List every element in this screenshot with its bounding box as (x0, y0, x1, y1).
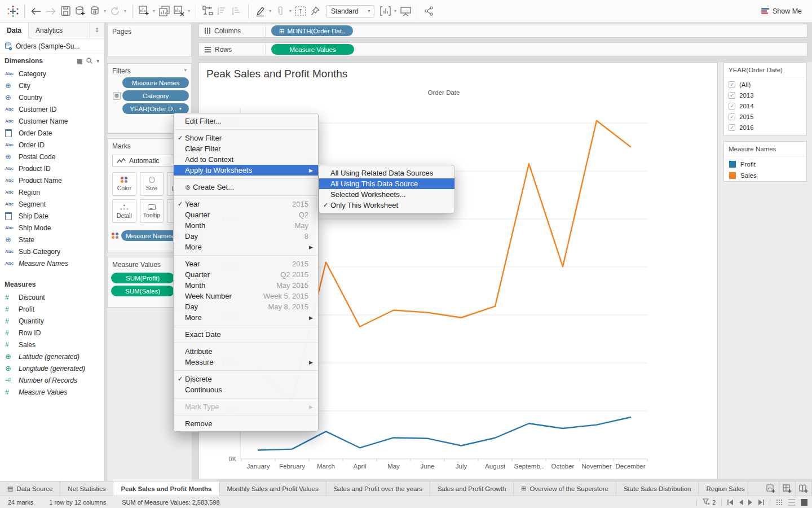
legend-entry[interactable]: Profit (724, 159, 806, 170)
tab-analytics[interactable]: Analytics (29, 23, 90, 38)
hidden-filters-badge[interactable]: 2 (703, 498, 716, 506)
year-filter-option[interactable]: ✓ 2015 (724, 111, 806, 122)
year-filter-option[interactable]: ✓ 2014 (724, 100, 806, 111)
dimension-field[interactable]: Ship Mode (0, 222, 104, 234)
sheet-tab[interactable]: Overview of the Superstore (514, 481, 616, 496)
dimension-field[interactable]: Segment (0, 198, 104, 210)
menu-item[interactable]: ✓ Year 2015 (174, 199, 318, 209)
menu-item[interactable]: Add to Context (174, 154, 318, 165)
menu-item[interactable]: Apply to Worksheets ▶ (174, 165, 318, 176)
dimensions-menu-caret-icon[interactable]: ▾ (96, 58, 99, 64)
dimension-field[interactable]: Customer Name (0, 115, 104, 127)
pause-auto-updates-caret-icon[interactable]: ▾ (102, 8, 108, 14)
checkbox[interactable]: ✓ (729, 92, 735, 99)
new-dashboard-tab-icon[interactable] (779, 481, 796, 496)
menu-item[interactable]: Mark Type ▶ (174, 401, 318, 412)
sheet-tab[interactable]: State Sales Distribution (616, 481, 699, 496)
menu-item[interactable] (174, 326, 317, 326)
group-members-caret-icon[interactable]: ▾ (288, 8, 293, 14)
year-filter-option[interactable]: ✓ (All) (724, 79, 806, 90)
show-sheet-sorter-icon[interactable] (801, 499, 807, 506)
measure-field[interactable]: Profit (0, 303, 104, 315)
share-icon[interactable] (421, 4, 436, 19)
clear-sheet-icon[interactable] (171, 4, 186, 19)
menu-item[interactable]: Clear Filter (174, 143, 318, 154)
dimension-field[interactable]: Product Name (0, 174, 104, 186)
year-filter-option[interactable]: ✓ 2013 (724, 90, 806, 100)
legend-entry[interactable]: Sales (724, 170, 806, 181)
new-data-source-icon[interactable] (73, 4, 87, 19)
menu-item[interactable]: More ▶ (174, 312, 318, 323)
new-story-tab-icon[interactable] (796, 481, 812, 496)
tableau-logo-icon[interactable] (6, 4, 20, 19)
menu-item[interactable]: Remove (174, 418, 318, 429)
duplicate-sheet-icon[interactable] (157, 4, 171, 19)
submenu-item[interactable]: ✓ Only This Worksheet (319, 200, 454, 211)
menu-item[interactable] (174, 255, 317, 256)
menu-item[interactable]: ⊚ Create Set... (174, 182, 318, 192)
sheet-tab[interactable]: Peak Sales and Profit Months (113, 481, 219, 496)
dimension-field[interactable]: Sub-Category (0, 246, 104, 257)
dimension-field[interactable]: Customer ID (0, 103, 104, 115)
pill-sum-sales[interactable]: SUM(Sales) (111, 286, 174, 296)
filter-pill-category[interactable]: Category (122, 90, 189, 101)
fit-selector-caret-icon[interactable]: ▾ (364, 8, 374, 14)
menu-item[interactable] (174, 129, 317, 130)
checkbox[interactable]: ✓ (729, 113, 735, 120)
sort-descending-icon[interactable] (230, 4, 244, 19)
refresh-caret-icon[interactable]: ▾ (122, 8, 128, 14)
filter-pill-measure-names[interactable]: Measure Names (122, 77, 189, 88)
columns-pill-month-order-date[interactable]: ⊞ MONTH(Order Dat.. (271, 25, 353, 36)
pane-collapse-icon[interactable]: ⇕ (90, 23, 104, 38)
sheet-tab[interactable]: Net Statistics (60, 481, 113, 496)
pill-caret-icon[interactable]: ▾ (179, 106, 182, 111)
menu-item[interactable] (174, 370, 317, 371)
clear-sheet-caret-icon[interactable]: ▾ (186, 8, 192, 14)
measure-field[interactable]: Sales (0, 339, 104, 351)
tooltip-button[interactable]: Tooltip (140, 199, 164, 223)
menu-item[interactable]: Exact Date (174, 329, 318, 340)
rows-pill-measure-values[interactable]: Measure Values (271, 44, 354, 55)
menu-item[interactable]: Day May 8, 2015 (174, 301, 318, 312)
data-source-item[interactable]: Orders (Sample-Su... (0, 38, 104, 54)
menu-item[interactable]: Week Number Week 5, 2015 (174, 291, 318, 301)
show-me-button[interactable]: Show Me (761, 7, 806, 15)
checkbox[interactable]: ✓ (729, 103, 735, 110)
rows-shelf[interactable]: Rows Measure Values (198, 42, 807, 56)
menu-item[interactable]: More ▶ (174, 242, 318, 252)
sort-ascending-icon[interactable] (215, 4, 230, 19)
dimension-field[interactable]: Order ID (0, 139, 104, 151)
find-field-icon[interactable] (86, 58, 92, 65)
pause-auto-updates-icon[interactable] (87, 4, 102, 19)
highlight-caret-icon[interactable]: ▾ (267, 8, 273, 14)
submenu-item[interactable]: Selected Worksheets... (319, 189, 454, 200)
menu-item[interactable] (174, 178, 317, 179)
last-sheet-icon[interactable] (758, 500, 764, 505)
dimension-field[interactable]: Order Date (0, 127, 104, 139)
dimension-field[interactable]: Country (0, 91, 104, 103)
sheet-tab[interactable]: Sales and Profit Growth (430, 481, 514, 496)
menu-item[interactable]: Quarter Q2 2015 (174, 269, 318, 280)
menu-item[interactable]: Measure ▶ (174, 357, 318, 367)
menu-item[interactable] (174, 195, 317, 196)
menu-item[interactable]: Edit Filter... (174, 116, 318, 126)
sheet-tab[interactable]: Monthly Sales and Profit Values (220, 481, 326, 496)
color-button[interactable]: Color (112, 172, 136, 196)
dimension-field[interactable]: Measure Names (0, 257, 104, 269)
dimension-field[interactable]: Ship Date (0, 210, 104, 222)
highlight-pen-icon[interactable] (253, 4, 267, 19)
menu-item[interactable] (174, 415, 317, 415)
menu-item[interactable]: Continuous (174, 384, 318, 395)
dimension-field[interactable]: State (0, 234, 104, 246)
swap-rows-columns-icon[interactable] (200, 4, 215, 19)
show-filmstrip-view-icon[interactable] (788, 499, 795, 506)
checkbox[interactable]: ✓ (729, 124, 735, 131)
measure-field[interactable]: Discount (0, 291, 104, 303)
previous-sheet-icon[interactable] (739, 500, 743, 505)
measure-field[interactable]: Quantity (0, 315, 104, 327)
menu-item[interactable] (174, 343, 317, 343)
columns-shelf[interactable]: Columns ⊞ MONTH(Order Dat.. (198, 24, 807, 38)
menu-item[interactable]: Month May 2015 (174, 280, 318, 291)
fix-axes-icon[interactable] (378, 4, 392, 19)
marks-pill-measure-names[interactable]: Measure Names (121, 230, 180, 241)
